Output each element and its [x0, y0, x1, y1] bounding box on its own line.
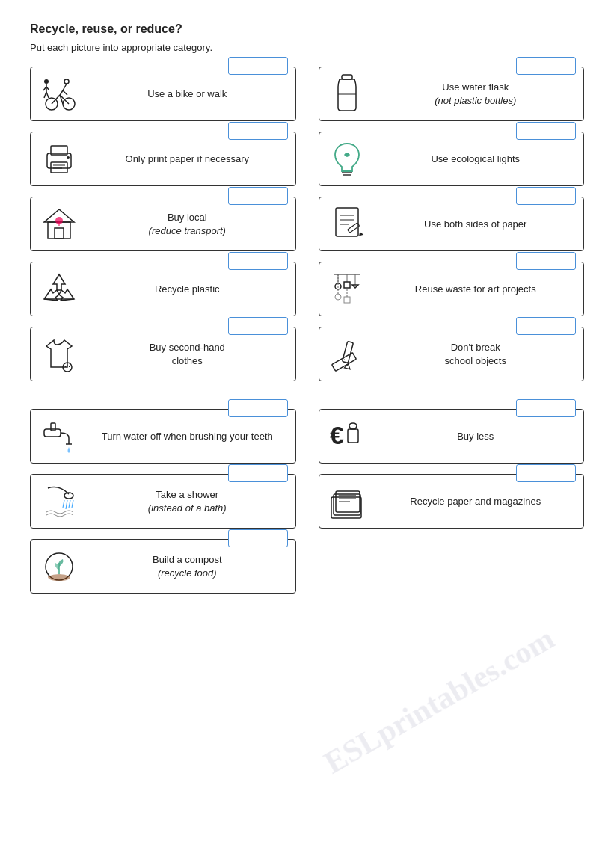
- card-recycle-paper-text: Recycle paper and magazines: [375, 495, 577, 508]
- svg-point-45: [335, 294, 341, 300]
- svg-line-59: [63, 500, 64, 508]
- pencil-icon: [327, 333, 368, 375]
- answer-box-compost[interactable]: [228, 529, 288, 547]
- svg-point-22: [67, 156, 70, 159]
- answer-box-water-flask[interactable]: [516, 57, 576, 75]
- answer-box-bike-walk[interactable]: [228, 57, 288, 75]
- card-buy-local: Buy local(reduce transport): [30, 197, 296, 251]
- newspaper-icon: [327, 481, 368, 522]
- card-buy-less-text: Buy less: [375, 430, 577, 443]
- svg-line-3: [63, 90, 67, 95]
- answer-box-both-sides[interactable]: [516, 187, 576, 205]
- answer-box-buy-local[interactable]: [228, 187, 288, 205]
- svg-rect-57: [348, 429, 358, 443]
- svg-point-0: [64, 79, 69, 84]
- art-icon: [327, 268, 368, 310]
- card-water-flask-text: Use water flask(not plastic bottles): [375, 81, 577, 107]
- watermark: ESLprintables.com: [319, 621, 561, 781]
- section-divider: [30, 398, 584, 398]
- card-recycle-paper: Recycle paper and magazines: [319, 474, 585, 529]
- answer-box-school-objects[interactable]: [516, 317, 576, 335]
- printer-icon: [38, 138, 79, 179]
- card-waste-art-text: Reuse waste for art projects: [375, 283, 577, 296]
- card-water-teeth: Turn water off when brushing your teeth: [30, 409, 296, 464]
- svg-rect-15: [342, 75, 352, 79]
- card-school-objects-text: Don't breakschool objects: [375, 341, 577, 367]
- card-recycle-plastic: Recycle plastic: [30, 262, 296, 316]
- card-bike-walk-text: Use a bike or walk: [87, 87, 288, 101]
- shower-icon: [38, 481, 79, 522]
- card-bike-walk: Use a bike or walk: [30, 67, 296, 121]
- card-compost: Build a compost(recycle food): [30, 539, 296, 594]
- card-water-flask: Use water flask(not plastic bottles): [319, 67, 585, 121]
- svg-text:€: €: [330, 421, 344, 449]
- svg-line-14: [46, 92, 49, 98]
- compost-icon: [38, 546, 79, 587]
- card-shower-text: Take a shower(instead of a bath): [87, 488, 288, 514]
- card-both-sides-text: Use both sides of paper: [375, 218, 577, 231]
- answer-box-recycle-plastic[interactable]: [228, 252, 288, 270]
- svg-rect-19: [51, 162, 67, 173]
- card-water-teeth-text: Turn water off when brushing your teeth: [87, 430, 288, 443]
- svg-marker-51: [344, 363, 351, 369]
- card-buy-less: € Buy less: [319, 409, 585, 464]
- main-grid: Use a bike or walk Use water flask(not p…: [30, 67, 584, 604]
- svg-line-6: [52, 95, 60, 104]
- svg-rect-50: [343, 341, 354, 363]
- card-waste-art: Reuse waste for art projects: [319, 262, 585, 316]
- card-both-sides: Use both sides of paper: [319, 197, 585, 251]
- shirt-icon: [38, 333, 79, 375]
- svg-line-13: [44, 92, 46, 98]
- card-secondhand: Buy second-handclothes: [30, 327, 296, 381]
- card-shower: Take a shower(instead of a bath): [30, 474, 296, 529]
- card-print-paper-text: Only print paper if necessary: [87, 153, 288, 166]
- card-school-objects: Don't breakschool objects: [319, 327, 585, 381]
- answer-box-shower[interactable]: [228, 464, 288, 482]
- recycle-icon: [38, 268, 79, 310]
- answer-box-waste-art[interactable]: [516, 252, 576, 270]
- tap-icon: [38, 416, 79, 457]
- card-print-paper: Only print paper if necessary: [30, 132, 296, 186]
- bottle-icon: [327, 73, 368, 114]
- answer-box-water-teeth[interactable]: [228, 399, 288, 417]
- bulb-icon: [327, 138, 368, 179]
- euro-icon: €: [327, 416, 368, 457]
- card-buy-local-text: Buy local(reduce transport): [87, 211, 288, 237]
- house-icon: [38, 203, 79, 244]
- svg-line-61: [69, 500, 70, 508]
- svg-line-60: [66, 500, 67, 509]
- svg-line-62: [72, 500, 73, 508]
- answer-box-eco-lights[interactable]: [516, 122, 576, 140]
- answer-box-secondhand[interactable]: [228, 317, 288, 335]
- answer-box-buy-less[interactable]: [516, 399, 576, 417]
- svg-line-1: [63, 84, 67, 90]
- subtitle: Put each picture into appropriate catego…: [30, 42, 584, 53]
- bike-icon: [38, 73, 79, 114]
- paper-icon: [327, 203, 368, 244]
- answer-box-print-paper[interactable]: [228, 122, 288, 140]
- svg-point-9: [44, 79, 49, 84]
- svg-rect-27: [55, 228, 64, 238]
- card-eco-lights-text: Use ecological lights: [375, 153, 577, 166]
- card-eco-lights: Use ecological lights: [319, 132, 585, 186]
- svg-marker-43: [352, 285, 358, 288]
- svg-rect-30: [336, 208, 358, 236]
- svg-rect-69: [338, 493, 356, 497]
- page-title: Recycle, reuse, or reduce?: [30, 22, 584, 36]
- answer-box-recycle-paper[interactable]: [516, 464, 576, 482]
- svg-rect-41: [344, 282, 350, 288]
- svg-rect-47: [344, 297, 350, 303]
- card-recycle-plastic-text: Recycle plastic: [87, 283, 288, 296]
- card-secondhand-text: Buy second-handclothes: [87, 341, 288, 367]
- card-compost-text: Build a compost(recycle food): [87, 553, 288, 579]
